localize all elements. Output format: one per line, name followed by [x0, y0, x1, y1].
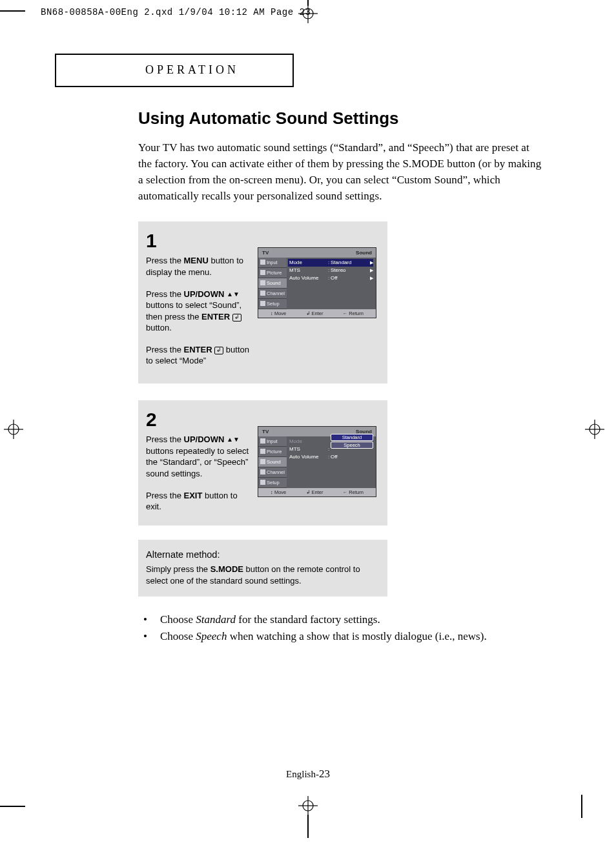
- osd-sidebar: Input Picture Sound Channel Setup: [258, 258, 287, 309]
- crop-mark: [0, 806, 25, 807]
- osd-row-mode: Mode:Standard▶: [288, 259, 373, 267]
- content-column: Using Automatic Sound Settings Your TV h…: [138, 108, 545, 647]
- osd-row-autovolume: Auto Volume:Off: [289, 453, 373, 461]
- triangle-right-icon: ▶: [368, 276, 373, 281]
- label: Mode: [289, 438, 327, 444]
- key-exit: EXIT: [184, 491, 203, 500]
- enter-icon: ↲: [306, 489, 311, 495]
- text: Press the: [146, 256, 184, 265]
- value: Stereo: [331, 267, 368, 273]
- emphasis: Standard: [196, 613, 236, 626]
- setup-icon: [260, 301, 265, 306]
- key-menu: MENU: [184, 256, 209, 265]
- label: Auto Volume: [289, 454, 327, 460]
- text: Choose: [160, 630, 196, 642]
- section-header: OPERATION: [145, 63, 239, 77]
- picture-icon: [260, 449, 265, 454]
- enter-icon: ↲: [232, 314, 241, 322]
- picture-icon: [260, 270, 265, 275]
- osd-title-right: Sound: [356, 250, 372, 256]
- register-mark-icon: [585, 420, 604, 439]
- label: Input: [267, 438, 278, 444]
- label: Move: [274, 489, 286, 495]
- updown-icon: ↕: [271, 489, 273, 495]
- text: Simply press the: [146, 564, 210, 574]
- label: Mode: [289, 260, 327, 265]
- label: Return: [349, 489, 364, 495]
- enter-icon: ↲: [214, 347, 223, 354]
- osd-screenshot: TV Sound Input Picture Sound Channel Set…: [258, 426, 376, 497]
- emphasis: Speech: [196, 630, 227, 642]
- osd-tab-sound: Sound: [258, 278, 287, 289]
- notes-list: Choose Standard for the standard factory…: [138, 613, 545, 643]
- label: MTS: [289, 446, 327, 452]
- key-enter: ENTER: [184, 345, 212, 354]
- key-updown: UP/DOWN: [184, 434, 225, 444]
- text: when watching a show that is mostly dial…: [227, 630, 486, 642]
- step-1-text: 1 Press the MENU button to display the m…: [146, 228, 252, 367]
- text: Press the: [146, 491, 184, 500]
- osd-screenshot: TV Sound Input Picture Sound Channel Set…: [258, 247, 376, 318]
- return-icon: ←: [343, 311, 348, 316]
- triangle-up-icon: ▲: [227, 291, 233, 298]
- text: Press the: [146, 434, 184, 444]
- footer-number: 23: [319, 768, 330, 780]
- triangle-down-icon: ▼: [233, 436, 240, 443]
- step-number: 2: [146, 407, 252, 433]
- register-mark-icon: [4, 420, 23, 439]
- label: Auto Volume: [289, 275, 327, 281]
- step-1-panel: 1 Press the MENU button to display the m…: [138, 221, 387, 383]
- osd-tab-picture: Picture: [258, 447, 287, 457]
- text: Press the: [146, 289, 184, 299]
- alternate-body: Simply press the S.MODE button on the re…: [146, 564, 380, 586]
- osd-tab-input: Input: [258, 436, 287, 447]
- label: Return: [349, 311, 364, 316]
- step-2-osd: TV Sound Input Picture Sound Channel Set…: [258, 426, 376, 497]
- option-standard: Standard: [331, 434, 373, 441]
- osd-footer: ↕ Move ↲ Enter ← Return: [258, 309, 376, 318]
- label: Picture: [267, 449, 282, 455]
- osd-tab-sound: Sound: [258, 457, 287, 467]
- label: Channel: [267, 469, 285, 475]
- crop-mark: [0, 10, 25, 12]
- list-item: Choose Standard for the standard factory…: [138, 613, 545, 626]
- text: for the standard factory settings.: [236, 613, 380, 626]
- crop-mark: [307, 815, 309, 838]
- triangle-right-icon: ▶: [368, 268, 373, 273]
- page-number: English-23: [286, 768, 330, 781]
- osd-row-mts: MTS:Stereo▶: [289, 267, 373, 274]
- osd-tab-input: Input: [258, 258, 287, 268]
- setup-icon: [260, 480, 265, 485]
- osd-footer: ↕ Move ↲ Enter ← Return: [258, 488, 376, 496]
- register-mark-icon: [298, 796, 318, 815]
- channel-icon: [260, 291, 265, 296]
- colon: :: [327, 446, 331, 452]
- label: Enter: [312, 311, 323, 316]
- label: Input: [267, 260, 278, 265]
- osd-sidebar: Input Picture Sound Channel Setup: [258, 436, 287, 488]
- label: Setup: [267, 301, 280, 307]
- osd-tab-setup: Setup: [258, 299, 287, 309]
- input-icon: [260, 260, 265, 265]
- osd-tab-channel: Channel: [258, 289, 287, 299]
- label: Picture: [267, 270, 282, 276]
- label: Setup: [267, 480, 280, 485]
- footer-prefix: English-: [286, 769, 319, 779]
- key-updown: UP/DOWN: [184, 289, 225, 299]
- text: button.: [146, 323, 172, 332]
- value: Off: [331, 454, 373, 460]
- file-slug: BN68-00858A-00Eng 2.qxd 1/9/04 10:12 AM …: [41, 7, 311, 17]
- input-icon: [260, 438, 265, 444]
- triangle-up-icon: ▲: [227, 436, 233, 443]
- intro-paragraph: Your TV has two automatic sound settings…: [138, 140, 545, 205]
- value: Off: [331, 275, 368, 281]
- label: Sound: [267, 280, 281, 286]
- value-dropdown: Standard Speech: [331, 434, 373, 449]
- crop-mark: [581, 795, 582, 818]
- osd-tab-picture: Picture: [258, 268, 287, 278]
- osd-row-autovolume: Auto Volume:Off▶: [289, 274, 373, 282]
- channel-icon: [260, 469, 265, 475]
- osd-tab-setup: Setup: [258, 478, 287, 488]
- key-enter: ENTER: [201, 312, 230, 322]
- step-2-panel: 2 Press the UP/DOWN ▲▼ buttons repeatedl…: [138, 400, 387, 526]
